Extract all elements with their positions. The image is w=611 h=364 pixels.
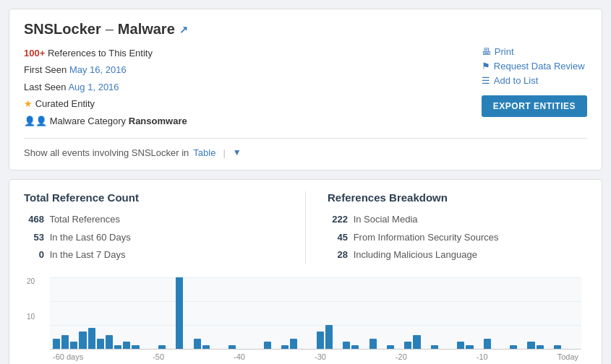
chart-bar xyxy=(123,342,130,349)
chart-bar xyxy=(404,342,411,349)
entity-card: SNSLocker – Malware ↗ 100+ References to… xyxy=(9,9,602,170)
entity-type: Malware xyxy=(118,21,175,38)
last-seen-date: Aug 1, 2016 xyxy=(68,82,119,92)
entity-meta: 100+ References to This Entity First See… xyxy=(24,45,187,129)
chart-bar xyxy=(106,335,113,349)
divider xyxy=(24,138,587,139)
chevron-down-icon[interactable]: ▼ xyxy=(233,147,242,157)
print-label: Print xyxy=(495,46,514,57)
curated-label: Curated Entity xyxy=(35,98,95,109)
chart-bar xyxy=(431,345,438,349)
y-axis-labels: 20 10 xyxy=(27,277,35,350)
references-count: 100+ xyxy=(24,48,45,58)
x-label-20: -20 xyxy=(396,352,407,361)
export-entities-button[interactable]: EXPORT ENTITIES xyxy=(482,95,587,117)
chart-container: 20 10 -60 days -50 -40 -30 -20 -10 Today xyxy=(24,277,587,361)
chart-bar xyxy=(97,339,104,349)
print-icon: 🖶 xyxy=(482,46,491,57)
chart-bar xyxy=(351,345,359,349)
total-refs-label: Total References xyxy=(49,214,120,225)
last-seen-label: Last Seen xyxy=(24,82,67,92)
breakdown-section: References Breakdown 222 In Social Media… xyxy=(328,191,587,264)
request-review-link[interactable]: ⚑ Request Data Review xyxy=(482,61,585,72)
malicious-label: Including Malicious Language xyxy=(354,249,477,260)
chart-bar xyxy=(554,345,561,349)
references-count-line: 100+ References to This Entity xyxy=(24,45,187,61)
breakdown-divider xyxy=(305,191,306,264)
list-icon: ☰ xyxy=(482,75,490,86)
chart-bar xyxy=(387,345,394,349)
title-dash: – xyxy=(106,21,114,38)
flag-icon: ⚑ xyxy=(482,61,490,72)
print-link[interactable]: 🖶 Print xyxy=(482,46,514,57)
pipe-separator: | xyxy=(223,147,225,158)
malicious-num: 28 xyxy=(328,246,348,264)
chart-bar xyxy=(194,339,201,349)
curated-line: ★ Curated Entity xyxy=(24,95,187,112)
infosec-line: 45 From Information Security Sources xyxy=(328,229,587,247)
first-seen-date: May 16, 2016 xyxy=(69,64,127,75)
chart-wrapper: 20 10 -60 days -50 -40 -30 -20 -10 Today xyxy=(50,277,581,361)
chart-bar xyxy=(61,335,69,349)
chart-bar xyxy=(369,339,377,349)
chart-bar xyxy=(317,332,324,349)
chart-bar xyxy=(228,345,236,349)
first-seen-line: First Seen May 16, 2016 xyxy=(24,61,187,78)
chart-bar xyxy=(88,328,95,349)
chart-bar xyxy=(53,339,60,349)
breakdown-title: References Breakdown xyxy=(328,191,587,204)
x-label-30: -30 xyxy=(315,352,326,361)
references-card: Total Reference Count 468 Total Referenc… xyxy=(9,179,602,364)
references-label: References to This Entity xyxy=(48,48,153,58)
star-icon: ★ xyxy=(24,98,33,109)
chart-bar xyxy=(484,339,491,349)
social-media-num: 222 xyxy=(328,211,348,229)
x-label-40: -40 xyxy=(234,352,245,361)
chart-bar xyxy=(413,335,420,349)
last7-line: 0 In the Last 7 Days xyxy=(24,246,283,264)
malware-category-line: 👤👤 Malware Category Ransomware xyxy=(24,113,187,129)
last7-label: In the Last 7 Days xyxy=(50,249,126,260)
chart-bar xyxy=(325,325,333,349)
first-seen-label: First Seen xyxy=(24,64,67,75)
last60-line: 53 In the Last 60 Days xyxy=(24,229,283,247)
x-axis-labels: -60 days -50 -40 -30 -20 -10 Today xyxy=(50,352,581,361)
chart-bar xyxy=(158,345,166,349)
last-seen-line: Last Seen Aug 1, 2016 xyxy=(24,79,187,95)
actions-panel: 🖶 Print ⚑ Request Data Review ☰ Add to L… xyxy=(482,45,587,117)
chart-bar xyxy=(79,332,86,349)
chart-bar xyxy=(281,345,289,349)
infosec-label: From Information Security Sources xyxy=(354,232,499,243)
chart-bar xyxy=(264,342,271,349)
chart-bar xyxy=(537,345,544,349)
references-header: Total Reference Count 468 Total Referenc… xyxy=(24,191,587,264)
malicious-line: 28 Including Malicious Language xyxy=(328,246,587,264)
external-link-icon[interactable]: ↗ xyxy=(179,24,188,35)
total-refs-num: 468 xyxy=(24,211,44,229)
social-media-line: 222 In Social Media xyxy=(328,211,587,229)
add-to-list-link[interactable]: ☰ Add to List xyxy=(482,75,538,86)
show-events-prefix: Show all events involving SNSLocker in xyxy=(24,147,189,158)
infosec-num: 45 xyxy=(328,229,348,247)
total-ref-title: Total Reference Count xyxy=(24,191,283,204)
total-ref-section: Total Reference Count 468 Total Referenc… xyxy=(24,191,283,264)
show-events-table-link[interactable]: Table xyxy=(193,147,215,158)
malware-category-icon: 👤👤 xyxy=(24,116,47,126)
chart-bar xyxy=(132,345,139,349)
last60-num: 53 xyxy=(24,229,44,247)
malware-category-label: Malware Category xyxy=(50,116,127,126)
last7-num: 0 xyxy=(24,246,44,264)
chart-bar xyxy=(176,277,183,349)
social-media-label: In Social Media xyxy=(354,214,418,225)
chart-bar xyxy=(457,342,464,349)
bar-chart xyxy=(50,277,581,350)
malware-category-value: Ransomware xyxy=(129,116,187,126)
chart-bar xyxy=(70,342,77,349)
chart-bar xyxy=(202,345,210,349)
x-label-60: -60 days xyxy=(53,352,83,361)
x-label-50: -50 xyxy=(153,352,164,361)
chart-bar xyxy=(510,345,517,349)
y-label-20: 20 xyxy=(27,277,35,285)
x-label-today: Today xyxy=(557,352,578,361)
x-label-10: -10 xyxy=(477,352,488,361)
